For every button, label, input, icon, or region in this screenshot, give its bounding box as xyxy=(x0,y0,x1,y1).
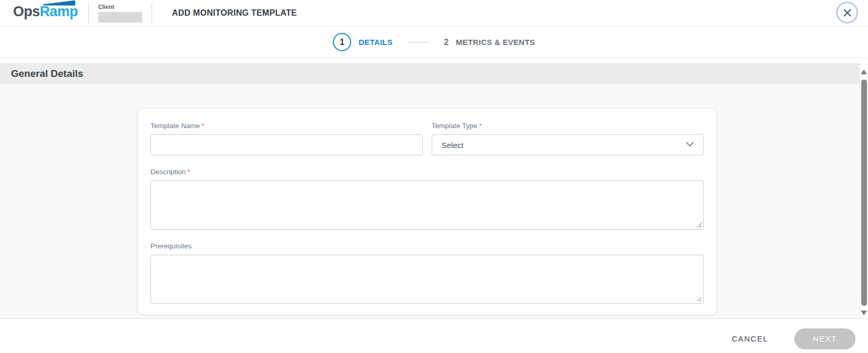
scrollbar-thumb[interactable] xyxy=(861,79,867,306)
template-type-select[interactable]: Select xyxy=(432,134,704,155)
client-block: Client xyxy=(98,4,142,22)
header-divider xyxy=(152,3,152,24)
client-label: Client xyxy=(98,4,142,10)
wizard-stepper: 1 DETAILS 2 METRICS & EVENTS xyxy=(0,27,868,58)
prerequisites-textarea[interactable] xyxy=(151,255,704,304)
stepper-step-metrics-events[interactable]: 2 METRICS & EVENTS xyxy=(444,38,535,47)
step-label-metrics-events: METRICS & EVENTS xyxy=(456,38,535,47)
description-label: Description* xyxy=(151,168,704,176)
resize-handle-icon[interactable] xyxy=(697,222,702,228)
step-number: 1 xyxy=(340,38,344,47)
step-label-details: DETAILS xyxy=(358,38,392,47)
step-number: 2 xyxy=(444,38,448,47)
resize-handle-icon[interactable] xyxy=(697,297,702,302)
template-type-selected-value: Select xyxy=(442,141,464,150)
chevron-down-icon xyxy=(686,142,694,147)
footer-action-bar: CANCEL NEXT xyxy=(0,318,868,353)
header-divider xyxy=(88,3,89,24)
stepper-connector xyxy=(407,42,429,43)
section-title: General Details xyxy=(11,68,83,79)
step-number-circle: 1 xyxy=(333,33,351,51)
required-asterisk: * xyxy=(188,168,190,176)
logo-swoosh-icon xyxy=(43,1,75,6)
page-title: ADD MONITORING TEMPLATE xyxy=(172,8,297,18)
required-asterisk: * xyxy=(202,122,204,130)
cancel-button[interactable]: CANCEL xyxy=(732,334,768,343)
prerequisites-label: Prerequisites xyxy=(151,242,704,250)
content-area: General Details Template Name* Template … xyxy=(0,63,868,318)
template-name-field-group: Template Name* xyxy=(151,122,423,155)
logo-text-ramp: Ramp xyxy=(40,4,78,19)
section-header-band: General Details xyxy=(0,63,859,84)
prerequisites-field-group: Prerequisites xyxy=(151,242,704,304)
description-textarea[interactable] xyxy=(151,180,704,230)
template-name-input[interactable] xyxy=(151,134,423,155)
client-name-redacted xyxy=(98,12,142,22)
app-header: Ops Ramp Client ADD MONITORING TEMPLATE xyxy=(0,0,868,27)
logo-ramp-wrap: Ramp xyxy=(40,5,78,19)
required-asterisk: * xyxy=(479,122,482,130)
logo-text-ops: Ops xyxy=(13,5,40,19)
opsramp-logo: Ops Ramp xyxy=(13,5,78,22)
stepper-step-details[interactable]: 1 DETAILS xyxy=(333,33,392,51)
template-type-label: Template Type* xyxy=(432,122,704,130)
description-field-group: Description* xyxy=(151,168,704,230)
next-button[interactable]: NEXT xyxy=(794,328,855,349)
close-icon xyxy=(843,8,852,17)
general-details-card: Template Name* Template Type* Select Des… xyxy=(137,108,717,315)
scrollbar-down-icon[interactable] xyxy=(861,311,867,315)
close-button[interactable] xyxy=(836,2,858,24)
scrollbar-up-icon[interactable] xyxy=(861,70,867,74)
template-type-field-group: Template Type* Select xyxy=(432,122,704,155)
vertical-scrollbar[interactable] xyxy=(859,63,868,318)
template-name-label: Template Name* xyxy=(151,122,423,130)
